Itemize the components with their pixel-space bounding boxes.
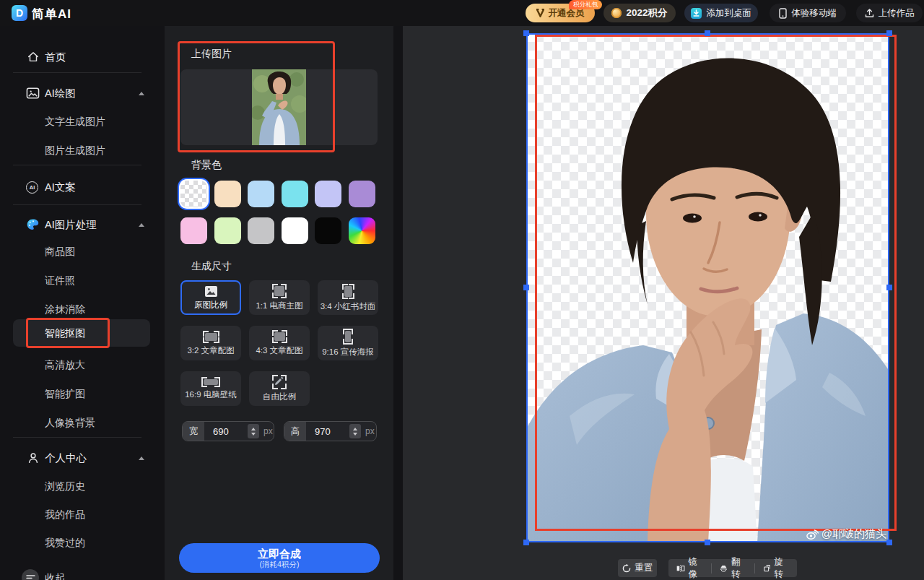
selection-handle-bottom-middle[interactable] — [705, 540, 710, 545]
bg-swatch-pink[interactable] — [180, 217, 207, 244]
selection-handle-top-left[interactable] — [523, 30, 529, 36]
step-up-icon[interactable] — [353, 428, 357, 430]
size-option-4-3[interactable]: 4:3 文章配图 — [249, 326, 310, 360]
vip-gift-badge: 积分礼包 — [569, 0, 602, 9]
points-button[interactable]: 2022积分 — [603, 4, 676, 22]
selection-handle-bottom-right[interactable] — [886, 540, 892, 545]
sidebar-item-erase[interactable]: 涂抹消除 — [0, 300, 165, 319]
selection-handle-bottom-left[interactable] — [523, 540, 529, 545]
flip-button[interactable]: 翻转 — [712, 559, 754, 577]
add-to-desktop-button[interactable]: 添加到桌面 — [684, 4, 758, 22]
sidebar-item-label: 涂抹消除 — [45, 303, 85, 316]
bg-swatch-white[interactable] — [282, 217, 308, 244]
sidebar-nav: 首页 AI绘图 文字生成图片 图片生成图片 AI AI文案 AI图片处理 商品图… — [0, 26, 165, 580]
collapse-sidebar-label: 收起 — [45, 572, 65, 580]
sidebar-item-home[interactable]: 首页 — [0, 48, 165, 66]
sidebar-item-history[interactable]: 浏览历史 — [0, 477, 165, 496]
ai-circle-icon: AI — [26, 181, 38, 194]
sidebar-item-id-photo[interactable]: 证件照 — [0, 272, 165, 290]
bg-swatch-black[interactable] — [315, 217, 341, 244]
height-stepper[interactable] — [349, 424, 361, 438]
chevron-up-icon[interactable] — [139, 223, 144, 227]
sidebar-item-portrait-bg-change[interactable]: 人像换背景 — [0, 414, 165, 433]
bg-swatch-gray[interactable] — [248, 217, 274, 244]
mirror-icon — [676, 564, 685, 573]
divider — [13, 165, 141, 165]
flip-icon — [720, 564, 728, 573]
sidebar-item-ai-draw[interactable]: AI绘图 — [0, 84, 165, 103]
sidebar-item-my-likes[interactable]: 我赞过的 — [0, 534, 165, 553]
height-field-label: 高 — [284, 422, 306, 441]
sidebar-item-image2image[interactable]: 图片生成图片 — [0, 142, 165, 160]
sidebar-item-text2image[interactable]: 文字生成图片 — [0, 113, 165, 131]
sidebar-item-label: 我赞过的 — [45, 537, 85, 550]
bg-swatch-periwinkle[interactable] — [315, 181, 341, 207]
ratio-9-16-icon — [343, 329, 353, 345]
reset-button[interactable]: 重置 — [618, 559, 657, 577]
selection-handle-top-middle[interactable] — [705, 30, 710, 36]
sidebar-item-my-works[interactable]: 我的作品 — [0, 506, 165, 524]
chevron-up-icon[interactable] — [139, 92, 144, 95]
width-stepper[interactable] — [248, 424, 259, 438]
sidebar-item-label: 图片生成图片 — [45, 144, 105, 157]
bg-swatch-cyan[interactable] — [282, 181, 308, 207]
size-option-free-ratio[interactable]: 自由比例 — [249, 371, 310, 406]
selection-handle-middle-left[interactable] — [523, 285, 529, 290]
sidebar-item-smart-cutout[interactable]: 智能抠图 — [0, 324, 165, 343]
height-field: 高 px — [284, 421, 377, 441]
cutout-canvas[interactable]: @耶啵的猫头 — [526, 33, 889, 542]
sidebar-item-product-image[interactable]: 商品图 — [0, 243, 165, 261]
mobile-app-button[interactable]: 体验移动端 — [770, 4, 846, 22]
size-option-3-2[interactable]: 3:2 文章配图 — [180, 326, 241, 360]
upload-work-button[interactable]: 上传作品 — [856, 4, 923, 22]
upload-section-title: 上传图片 — [191, 48, 232, 61]
size-section-title: 生成尺寸 — [191, 260, 232, 273]
cutout-portrait-image — [526, 33, 889, 542]
mirror-button[interactable]: 镜像 — [668, 559, 711, 577]
size-option-label: 16:9 电脑壁纸 — [185, 389, 237, 400]
chevron-up-icon[interactable] — [139, 456, 144, 460]
app-logo-icon: D — [12, 5, 27, 21]
sidebar-item-label: 智能抠图 — [45, 327, 85, 340]
width-input[interactable] — [212, 425, 246, 438]
size-option-3-4[interactable]: 3:4 小红书封面 — [318, 280, 378, 315]
ratio-16-9-icon — [201, 377, 220, 387]
image-icon — [26, 87, 40, 100]
height-input[interactable] — [313, 425, 348, 438]
sidebar-item-ai-copywriting[interactable]: AI AI文案 — [0, 178, 165, 196]
sidebar-item-hd-upscale[interactable]: 高清放大 — [0, 356, 165, 375]
divider — [13, 204, 141, 205]
step-down-icon[interactable] — [353, 433, 357, 436]
size-option-1-1[interactable]: 1:1 电商主图 — [249, 280, 310, 315]
size-option-original[interactable]: 原图比例 — [180, 280, 241, 315]
bg-swatch-transparent[interactable] — [180, 181, 207, 207]
ratio-3-4-icon — [342, 284, 354, 299]
bg-swatch-light-blue[interactable] — [248, 181, 274, 207]
sidebar-item-ai-image-processing[interactable]: AI图片处理 — [0, 215, 165, 234]
add-to-desktop-label: 添加到桌面 — [706, 7, 751, 20]
size-option-label: 9:16 宣传海报 — [322, 347, 374, 358]
sidebar-item-label: AI文案 — [45, 181, 76, 194]
bg-swatch-purple[interactable] — [349, 181, 375, 207]
size-option-16-9[interactable]: 16:9 电脑壁纸 — [180, 371, 241, 406]
bg-swatch-light-green[interactable] — [214, 217, 241, 244]
download-desktop-icon — [691, 8, 702, 19]
rotate-button[interactable]: 旋转 — [755, 559, 797, 577]
sidebar-item-personal-center[interactable]: 个人中心 — [0, 449, 165, 467]
size-option-9-16[interactable]: 9:16 宣传海报 — [318, 326, 378, 360]
generate-button[interactable]: 立即合成 (消耗4积分) — [179, 543, 380, 573]
ai-icon-text: AI — [30, 184, 35, 191]
step-up-icon[interactable] — [251, 428, 256, 430]
coin-icon — [611, 8, 622, 18]
ratio-1-1-icon — [272, 284, 287, 298]
uploaded-image-thumbnail[interactable] — [252, 69, 306, 145]
sidebar-item-smart-expand[interactable]: 智能扩图 — [0, 385, 165, 404]
selection-handle-middle-right[interactable] — [886, 285, 892, 290]
step-down-icon[interactable] — [251, 433, 256, 436]
collapse-sidebar-button[interactable] — [22, 569, 39, 580]
ratio-3-2-icon — [203, 331, 219, 343]
size-option-label: 自由比例 — [263, 391, 296, 402]
bg-swatch-rainbow[interactable] — [349, 217, 375, 244]
selection-handle-top-right[interactable] — [886, 30, 892, 36]
bg-swatch-peach[interactable] — [214, 181, 241, 207]
